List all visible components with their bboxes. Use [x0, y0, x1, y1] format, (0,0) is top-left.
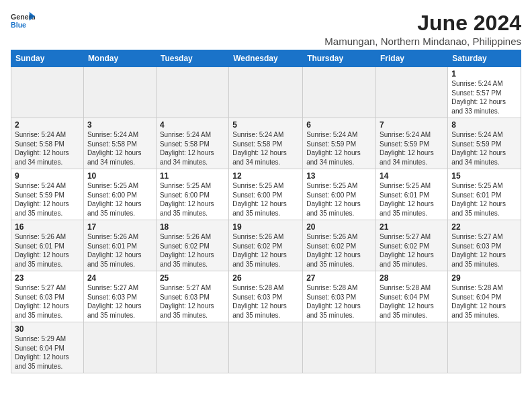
cell-info-text: Sunrise: 5:24 AM Sunset: 5:58 PM Dayligh…: [160, 130, 225, 167]
calendar-cell: 14Sunrise: 5:25 AM Sunset: 6:01 PM Dayli…: [376, 169, 448, 220]
calendar-cell: 5Sunrise: 5:24 AM Sunset: 5:58 PM Daylig…: [229, 118, 303, 169]
title-block: June 2024 Mamungan, Northern Mindanao, P…: [324, 11, 521, 47]
calendar-cell: 9Sunrise: 5:24 AM Sunset: 5:59 PM Daylig…: [11, 169, 84, 220]
calendar-cell: 27Sunrise: 5:28 AM Sunset: 6:03 PM Dayli…: [303, 271, 376, 322]
calendar-cell: 30Sunrise: 5:29 AM Sunset: 6:04 PM Dayli…: [11, 322, 84, 373]
day-number: 15: [451, 171, 517, 181]
calendar-cell: 19Sunrise: 5:26 AM Sunset: 6:02 PM Dayli…: [229, 220, 303, 271]
svg-text:Blue: Blue: [11, 21, 26, 29]
calendar-cell: 4Sunrise: 5:24 AM Sunset: 5:58 PM Daylig…: [156, 118, 228, 169]
day-number: 26: [232, 273, 299, 283]
calendar-cell: 18Sunrise: 5:26 AM Sunset: 6:02 PM Dayli…: [156, 220, 228, 271]
calendar-cell: 22Sunrise: 5:27 AM Sunset: 6:03 PM Dayli…: [448, 220, 521, 271]
calendar-cell: 17Sunrise: 5:26 AM Sunset: 6:01 PM Dayli…: [83, 220, 156, 271]
cell-info-text: Sunrise: 5:27 AM Sunset: 6:03 PM Dayligh…: [451, 232, 517, 269]
calendar-cell: 1Sunrise: 5:24 AM Sunset: 5:57 PM Daylig…: [448, 67, 521, 118]
cell-info-text: Sunrise: 5:29 AM Sunset: 6:04 PM Dayligh…: [15, 334, 80, 371]
day-number: 29: [451, 273, 517, 283]
calendar-cell: 28Sunrise: 5:28 AM Sunset: 6:04 PM Dayli…: [376, 271, 448, 322]
day-number: 13: [306, 171, 372, 181]
cell-info-text: Sunrise: 5:26 AM Sunset: 6:02 PM Dayligh…: [160, 232, 225, 269]
day-number: 3: [87, 120, 152, 130]
day-number: 24: [87, 273, 152, 283]
calendar-cell: 26Sunrise: 5:28 AM Sunset: 6:03 PM Dayli…: [229, 271, 303, 322]
logo: General Blue: [11, 11, 35, 30]
cell-info-text: Sunrise: 5:24 AM Sunset: 5:57 PM Dayligh…: [451, 79, 517, 116]
calendar-cell: [11, 67, 84, 118]
header-sunday: Sunday: [11, 50, 84, 67]
calendar-cell: [303, 322, 376, 373]
day-number: 9: [15, 171, 80, 181]
day-number: 4: [160, 120, 225, 130]
day-number: 14: [380, 171, 444, 181]
header-wednesday: Wednesday: [229, 50, 303, 67]
day-number: 12: [232, 171, 299, 181]
cell-info-text: Sunrise: 5:27 AM Sunset: 6:02 PM Dayligh…: [380, 232, 444, 269]
day-number: 28: [380, 273, 444, 283]
calendar-cell: 20Sunrise: 5:26 AM Sunset: 6:02 PM Dayli…: [303, 220, 376, 271]
cell-info-text: Sunrise: 5:25 AM Sunset: 6:01 PM Dayligh…: [451, 181, 517, 218]
day-number: 21: [380, 222, 444, 232]
header-friday: Friday: [376, 50, 448, 67]
calendar-cell: [156, 322, 228, 373]
calendar-header-row: SundayMondayTuesdayWednesdayThursdayFrid…: [11, 50, 521, 67]
calendar-cell: 2Sunrise: 5:24 AM Sunset: 5:58 PM Daylig…: [11, 118, 84, 169]
calendar-cell: 3Sunrise: 5:24 AM Sunset: 5:58 PM Daylig…: [83, 118, 156, 169]
cell-info-text: Sunrise: 5:24 AM Sunset: 5:59 PM Dayligh…: [15, 181, 80, 218]
day-number: 1: [451, 69, 517, 79]
cell-info-text: Sunrise: 5:27 AM Sunset: 6:03 PM Dayligh…: [15, 283, 80, 320]
cell-info-text: Sunrise: 5:24 AM Sunset: 5:59 PM Dayligh…: [380, 130, 444, 167]
cell-info-text: Sunrise: 5:28 AM Sunset: 6:04 PM Dayligh…: [451, 283, 517, 320]
calendar-week-row: 30Sunrise: 5:29 AM Sunset: 6:04 PM Dayli…: [11, 322, 521, 373]
cell-info-text: Sunrise: 5:25 AM Sunset: 6:00 PM Dayligh…: [306, 181, 372, 218]
cell-info-text: Sunrise: 5:24 AM Sunset: 5:59 PM Dayligh…: [451, 130, 517, 167]
day-number: 17: [87, 222, 152, 232]
day-number: 11: [160, 171, 225, 181]
cell-info-text: Sunrise: 5:25 AM Sunset: 6:00 PM Dayligh…: [232, 181, 299, 218]
day-number: 25: [160, 273, 225, 283]
day-number: 19: [232, 222, 299, 232]
cell-info-text: Sunrise: 5:27 AM Sunset: 6:03 PM Dayligh…: [87, 283, 152, 320]
day-number: 6: [306, 120, 372, 130]
calendar-cell: 7Sunrise: 5:24 AM Sunset: 5:59 PM Daylig…: [376, 118, 448, 169]
cell-info-text: Sunrise: 5:26 AM Sunset: 6:01 PM Dayligh…: [87, 232, 152, 269]
cell-info-text: Sunrise: 5:28 AM Sunset: 6:03 PM Dayligh…: [232, 283, 299, 320]
header-monday: Monday: [83, 50, 156, 67]
day-number: 23: [15, 273, 80, 283]
calendar-week-row: 1Sunrise: 5:24 AM Sunset: 5:57 PM Daylig…: [11, 67, 521, 118]
day-number: 18: [160, 222, 225, 232]
calendar-week-row: 16Sunrise: 5:26 AM Sunset: 6:01 PM Dayli…: [11, 220, 521, 271]
calendar-cell: 11Sunrise: 5:25 AM Sunset: 6:00 PM Dayli…: [156, 169, 228, 220]
header-saturday: Saturday: [448, 50, 521, 67]
calendar-week-row: 2Sunrise: 5:24 AM Sunset: 5:58 PM Daylig…: [11, 118, 521, 169]
calendar-cell: 13Sunrise: 5:25 AM Sunset: 6:00 PM Dayli…: [303, 169, 376, 220]
cell-info-text: Sunrise: 5:24 AM Sunset: 5:58 PM Dayligh…: [87, 130, 152, 167]
day-number: 27: [306, 273, 372, 283]
cell-info-text: Sunrise: 5:25 AM Sunset: 6:00 PM Dayligh…: [160, 181, 225, 218]
calendar-week-row: 23Sunrise: 5:27 AM Sunset: 6:03 PM Dayli…: [11, 271, 521, 322]
cell-info-text: Sunrise: 5:25 AM Sunset: 6:01 PM Dayligh…: [380, 181, 444, 218]
day-number: 5: [232, 120, 299, 130]
cell-info-text: Sunrise: 5:28 AM Sunset: 6:04 PM Dayligh…: [380, 283, 444, 320]
calendar-cell: [83, 67, 156, 118]
calendar-cell: [376, 67, 448, 118]
calendar-cell: 24Sunrise: 5:27 AM Sunset: 6:03 PM Dayli…: [83, 271, 156, 322]
month-year-title: June 2024: [324, 11, 521, 36]
cell-info-text: Sunrise: 5:24 AM Sunset: 5:58 PM Dayligh…: [15, 130, 80, 167]
day-number: 16: [15, 222, 80, 232]
calendar-cell: 12Sunrise: 5:25 AM Sunset: 6:00 PM Dayli…: [229, 169, 303, 220]
calendar-cell: 8Sunrise: 5:24 AM Sunset: 5:59 PM Daylig…: [448, 118, 521, 169]
cell-info-text: Sunrise: 5:26 AM Sunset: 6:01 PM Dayligh…: [15, 232, 80, 269]
day-number: 10: [87, 171, 152, 181]
page-header: General Blue June 2024 Mamungan, Norther…: [11, 11, 521, 47]
calendar-cell: 15Sunrise: 5:25 AM Sunset: 6:01 PM Dayli…: [448, 169, 521, 220]
location-subtitle: Mamungan, Northern Mindanao, Philippines: [324, 36, 521, 47]
calendar-cell: [303, 67, 376, 118]
header-thursday: Thursday: [303, 50, 376, 67]
calendar-cell: [448, 322, 521, 373]
calendar-cell: 16Sunrise: 5:26 AM Sunset: 6:01 PM Dayli…: [11, 220, 84, 271]
calendar-cell: 25Sunrise: 5:27 AM Sunset: 6:03 PM Dayli…: [156, 271, 228, 322]
calendar-cell: [229, 322, 303, 373]
calendar-table: SundayMondayTuesdayWednesdayThursdayFrid…: [11, 50, 521, 373]
cell-info-text: Sunrise: 5:28 AM Sunset: 6:03 PM Dayligh…: [306, 283, 372, 320]
